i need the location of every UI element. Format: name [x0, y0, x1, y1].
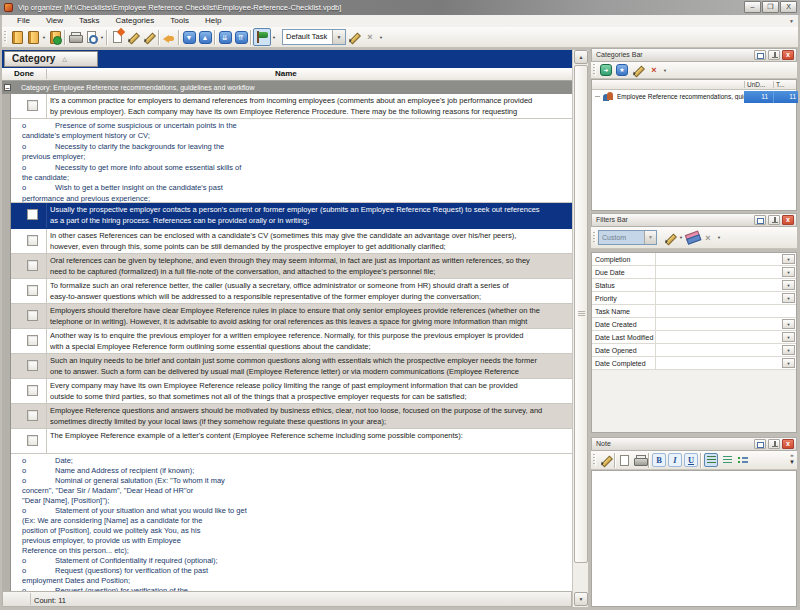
- task-row[interactable]: The Employee Reference example of a lett…: [11, 429, 572, 454]
- minimize-button[interactable]: –: [744, 1, 761, 13]
- column-total[interactable]: T...: [776, 81, 785, 88]
- menu-overflow-icon[interactable]: ▼: [789, 18, 794, 24]
- task-row[interactable]: Employee Reference questions and answers…: [11, 404, 572, 429]
- note-close-button[interactable]: x: [782, 439, 794, 449]
- categories-toolbar-options-icon[interactable]: ▼: [662, 61, 668, 79]
- collapse-group-icon[interactable]: –: [4, 84, 11, 91]
- scroll-down-button[interactable]: ▼: [574, 592, 588, 606]
- category-group-button[interactable]: Category△: [4, 51, 98, 67]
- task-row[interactable]: Every company may have its own Employee …: [11, 379, 572, 404]
- task-checkbox[interactable]: [27, 235, 38, 246]
- menu-tools[interactable]: Tools: [162, 15, 197, 27]
- scroll-thumb[interactable]: [574, 65, 588, 563]
- menu-tasks[interactable]: Tasks: [71, 15, 107, 27]
- align-left-button[interactable]: [704, 453, 718, 467]
- flag-toggle-button[interactable]: [253, 28, 271, 46]
- task-checkbox[interactable]: [27, 435, 38, 446]
- note-content[interactable]: [591, 470, 797, 607]
- new-notebook-button[interactable]: [9, 28, 25, 46]
- expand-all-button[interactable]: ⇊: [217, 28, 233, 46]
- category-list-item[interactable]: Employee Reference recommendations, guid…: [592, 91, 796, 103]
- task-row[interactable]: In other cases References can be enclose…: [11, 229, 572, 254]
- menu-categories[interactable]: Categories: [108, 15, 163, 27]
- vertical-scrollbar[interactable]: ▲ ▼: [572, 50, 588, 607]
- filter-preset-dropdown-icon[interactable]: ▼: [644, 231, 656, 244]
- filters-toolbar-options-icon[interactable]: ▼: [716, 229, 722, 247]
- column-header-done[interactable]: Done: [2, 68, 46, 80]
- task-row[interactable]: Another way is to enquire the previous e…: [11, 329, 572, 354]
- clear-filter-button[interactable]: [684, 229, 700, 247]
- print-preview-button[interactable]: [83, 28, 99, 46]
- close-button[interactable]: X: [780, 1, 797, 13]
- default-task-combo[interactable]: Default Task ▼: [282, 29, 346, 45]
- task-checkbox[interactable]: [27, 285, 38, 296]
- new-task-button[interactable]: [109, 28, 125, 46]
- toolbar-options-icon[interactable]: ▼: [99, 28, 105, 46]
- filter-row-status[interactable]: Status▼: [592, 279, 796, 292]
- align-center-button[interactable]: [720, 453, 734, 467]
- underline-button[interactable]: U: [684, 453, 698, 467]
- filter-preset-combo[interactable]: Custom ▼: [598, 230, 657, 245]
- note-print-button[interactable]: [632, 451, 647, 469]
- filter-row-completion[interactable]: Completion▼: [592, 253, 796, 266]
- group-row[interactable]: – Category: Employee Reference recommend…: [2, 81, 572, 94]
- edit-default-task-button[interactable]: [346, 28, 362, 46]
- filter-row-date-created[interactable]: Date Created▼: [592, 318, 796, 331]
- filter-dropdown-button[interactable]: ▼: [782, 267, 795, 277]
- collapse-all-button[interactable]: ⇈: [233, 28, 249, 46]
- filter-dropdown-button[interactable]: ▼: [782, 293, 795, 303]
- task-checkbox[interactable]: [27, 410, 38, 421]
- task-checkbox[interactable]: [27, 260, 38, 271]
- task-row[interactable]: Such an inquiry needs to be brief and co…: [11, 354, 572, 379]
- filter-dropdown-button[interactable]: ▼: [782, 280, 795, 290]
- note-pin-button[interactable]: [768, 439, 780, 449]
- move-up-button[interactable]: ▲: [197, 28, 213, 46]
- task-checkbox[interactable]: [27, 209, 38, 220]
- complete-task-button[interactable]: [161, 28, 177, 46]
- filter-dropdown-button[interactable]: ▼: [782, 254, 795, 264]
- categories-pin-button[interactable]: [768, 50, 780, 60]
- filters-close-button[interactable]: x: [782, 215, 794, 225]
- apply-filter-button[interactable]: [662, 229, 678, 247]
- task-checkbox[interactable]: [27, 360, 38, 371]
- note-restore-button[interactable]: [754, 439, 766, 449]
- maximize-button[interactable]: ❐: [762, 1, 779, 13]
- menu-file[interactable]: File: [9, 15, 38, 27]
- bold-button[interactable]: B: [652, 453, 666, 467]
- task-checkbox[interactable]: [27, 310, 38, 321]
- filter-row-task-name[interactable]: Task Name: [592, 305, 796, 318]
- clear-default-task-button[interactable]: ×: [362, 28, 378, 46]
- filters-restore-button[interactable]: [754, 215, 766, 225]
- task-row[interactable]: To formalize such an oral reference bett…: [11, 279, 572, 304]
- menu-help[interactable]: Help: [197, 15, 229, 27]
- italic-button[interactable]: I: [668, 453, 682, 467]
- bullet-list-button[interactable]: [736, 453, 750, 467]
- task-checkbox[interactable]: [27, 385, 38, 396]
- task-row[interactable]: Employers should therefore have clear Em…: [11, 304, 572, 329]
- filter-row-priority[interactable]: Priority▼: [592, 292, 796, 305]
- column-header-name[interactable]: Name: [275, 68, 297, 80]
- task-checkbox[interactable]: [27, 100, 38, 111]
- cancel-filter-button[interactable]: ×: [700, 229, 716, 247]
- task-row-selected[interactable]: Usually the prospective employer contact…: [11, 203, 572, 229]
- open-notebook-button[interactable]: [25, 28, 41, 46]
- delete-category-button[interactable]: ×: [646, 61, 662, 79]
- task-row[interactable]: It's a common practice for employers to …: [11, 94, 572, 119]
- column-undone[interactable]: UnD...: [747, 81, 765, 88]
- delete-task-button[interactable]: [141, 28, 157, 46]
- filter-row-date-last-modified[interactable]: Date Last Modified▼: [592, 331, 796, 344]
- task-row[interactable]: Oral references can be given by telephon…: [11, 254, 572, 279]
- task-toolbar-options-icon[interactable]: ▼: [378, 28, 384, 46]
- menu-view[interactable]: View: [38, 15, 71, 27]
- print-button[interactable]: [67, 28, 83, 46]
- note-toolbar-overflow-icon[interactable]: »▼: [789, 452, 795, 466]
- categories-restore-button[interactable]: [754, 50, 766, 60]
- sync-notebook-button[interactable]: [47, 28, 63, 46]
- filter-dropdown-button[interactable]: ▼: [782, 319, 795, 329]
- filter-row-date-opened[interactable]: Date Opened▼: [592, 344, 796, 357]
- add-subcategory-button[interactable]: ★: [614, 61, 630, 79]
- filter-row-due-date[interactable]: Due Date▼: [592, 266, 796, 279]
- add-category-button[interactable]: ➜: [598, 61, 614, 79]
- note-new-button[interactable]: [617, 451, 632, 469]
- filters-pin-button[interactable]: [768, 215, 780, 225]
